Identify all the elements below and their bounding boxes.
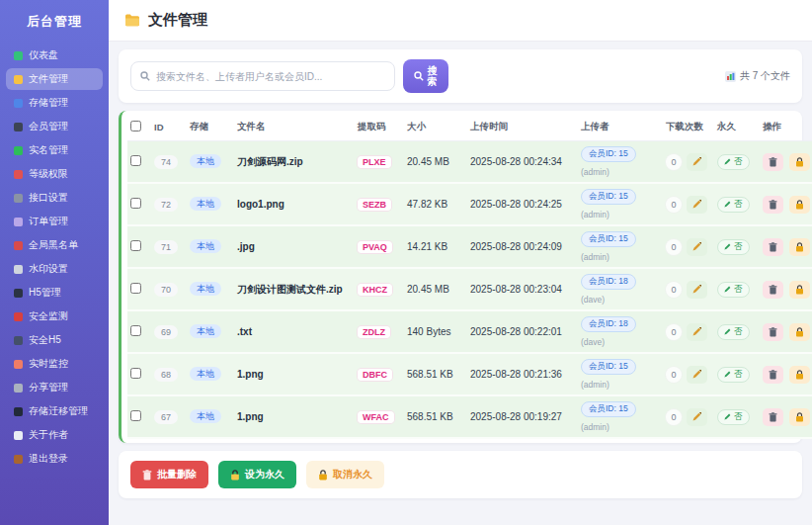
lock-file-button[interactable] [789,281,810,299]
edit-downloads-button[interactable] [687,281,707,299]
table-row: 72 本地 logo1.png SEZB 47.82 KB 2025-08-28… [127,183,812,225]
delete-file-button[interactable] [763,196,783,214]
sidebar-item-label: 退出登录 [29,452,68,466]
permanent-toggle[interactable]: 否 [717,239,750,255]
col-uploader: 上传者 [578,113,663,141]
monitor-icon [14,360,23,369]
row-checkbox[interactable] [130,240,141,251]
permanent-toggle[interactable]: 否 [717,197,750,213]
file-size: 568.51 KB [404,395,467,438]
sidebar-item-storage[interactable]: 存储管理 [6,92,103,114]
col-permanent: 永久 [714,113,760,141]
sidebar-item-label: 实时监控 [29,357,68,371]
col-time: 上传时间 [467,113,578,141]
permanent-toggle[interactable]: 否 [717,324,750,340]
row-checkbox[interactable] [130,198,141,209]
delete-file-button[interactable] [763,281,783,299]
row-checkbox[interactable] [130,410,141,421]
storage-badge: 本地 [190,197,221,211]
lock-file-button[interactable] [789,153,810,171]
sidebar-item-verify[interactable]: 实名管理 [6,139,103,161]
logout-icon [14,455,23,464]
sidebar-item-monitor[interactable]: 实时监控 [6,353,103,375]
sidebar-item-h5[interactable]: H5管理 [6,282,103,304]
sidebar-item-members[interactable]: 会员管理 [6,116,103,137]
sidebar-item-migrate[interactable]: 存储迁移管理 [6,400,103,422]
col-size: 大小 [404,113,467,141]
permanent-toggle[interactable]: 否 [717,282,750,298]
delete-file-button[interactable] [763,366,783,384]
sidebar-item-logout[interactable]: 退出登录 [6,448,103,470]
edit-downloads-button[interactable] [687,196,707,214]
edit-downloads-button[interactable] [687,366,707,384]
sidebar-item-watermark[interactable]: 水印设置 [6,258,103,280]
permanent-toggle[interactable]: 否 [717,409,750,425]
lock-icon [230,470,240,481]
uploader-username: (admin) [581,210,660,219]
sidebar-item-label: 分享管理 [29,381,68,394]
lock-file-button[interactable] [789,323,810,341]
bulk-delete-button[interactable]: 批量删除 [130,461,208,488]
set-permanent-button[interactable]: 设为永久 [218,461,296,488]
members-icon [14,123,23,131]
search-card: 搜索 共 7 个文件 [119,49,802,103]
edit-downloads-button[interactable] [687,323,707,341]
sidebar-item-security-h5[interactable]: 安全H5 [6,329,103,351]
folder-icon [124,14,140,27]
edit-downloads-button[interactable] [687,153,707,171]
extract-code-badge: PVAQ [358,241,392,253]
row-checkbox[interactable] [130,283,141,294]
uploader-username: (admin) [581,422,660,432]
table-row: 71 本地 .jpg PVAQ 14.21 KB 2025-08-28 00:2… [127,225,812,268]
file-size: 47.82 KB [404,183,467,225]
edit-downloads-button[interactable] [687,408,707,426]
sidebar-item-security[interactable]: 安全监测 [6,306,103,327]
permanent-toggle[interactable]: 否 [717,367,750,383]
upload-time: 2025-08-28 00:24:25 [467,183,578,225]
sidebar-item-api[interactable]: 接口设置 [6,187,103,209]
sidebar-item-dashboard[interactable]: 仪表盘 [6,44,103,66]
file-table: ID 存储 文件名 提取码 大小 上传时间 上传者 下载次数 永久 操作 [127,113,812,439]
file-size: 568.51 KB [404,353,467,395]
col-ops: 操作 [760,113,812,141]
sidebar-item-level[interactable]: 等级权限 [6,163,103,185]
edit-downloads-button[interactable] [687,238,707,256]
sidebar-title: 后台管理 [0,0,109,43]
sidebar-item-label: 等级权限 [29,167,68,181]
delete-file-button[interactable] [763,408,783,426]
lock-file-button[interactable] [789,408,810,426]
bulk-actions-card: 批量删除 设为永久 取消永久 [119,451,802,498]
download-count: 0 [666,367,682,383]
cancel-permanent-label: 取消永久 [333,468,372,481]
row-checkbox[interactable] [130,155,141,166]
cancel-permanent-button[interactable]: 取消永久 [306,461,384,488]
search-button[interactable]: 搜索 [403,59,448,93]
delete-file-button[interactable] [763,323,783,341]
file-size: 20.45 MB [404,141,467,184]
lock-file-button[interactable] [789,196,810,214]
row-checkbox[interactable] [130,368,141,379]
sidebar-item-label: 仪表盘 [29,48,58,62]
blacklist-icon [14,241,23,250]
sidebar-item-orders[interactable]: 订单管理 [6,211,103,232]
select-all-checkbox[interactable] [130,121,141,131]
file-name: .jpg [234,225,355,268]
extract-code-badge: ZDLZ [358,326,390,338]
lock-file-button[interactable] [789,366,810,384]
sidebar-item-blacklist[interactable]: 全局黑名单 [6,234,103,256]
storage-badge: 本地 [190,239,221,253]
lock-file-button[interactable] [789,238,810,256]
extract-code-badge: DBFC [358,369,392,381]
permanent-toggle[interactable]: 否 [717,154,750,170]
storage-icon [14,99,23,108]
delete-file-button[interactable] [763,153,783,171]
sidebar-item-author[interactable]: 关于作者 [6,424,103,446]
sidebar: 后台管理 仪表盘 文件管理 存储管理 会员管理 实名管理 [0,0,109,525]
search-input[interactable] [156,71,385,82]
row-checkbox[interactable] [130,325,141,336]
delete-file-button[interactable] [763,238,783,256]
sidebar-item-files[interactable]: 文件管理 [6,68,103,90]
sidebar-item-label: H5管理 [29,286,61,300]
file-size: 140 Bytes [404,310,467,353]
sidebar-item-share[interactable]: 分享管理 [6,377,103,398]
